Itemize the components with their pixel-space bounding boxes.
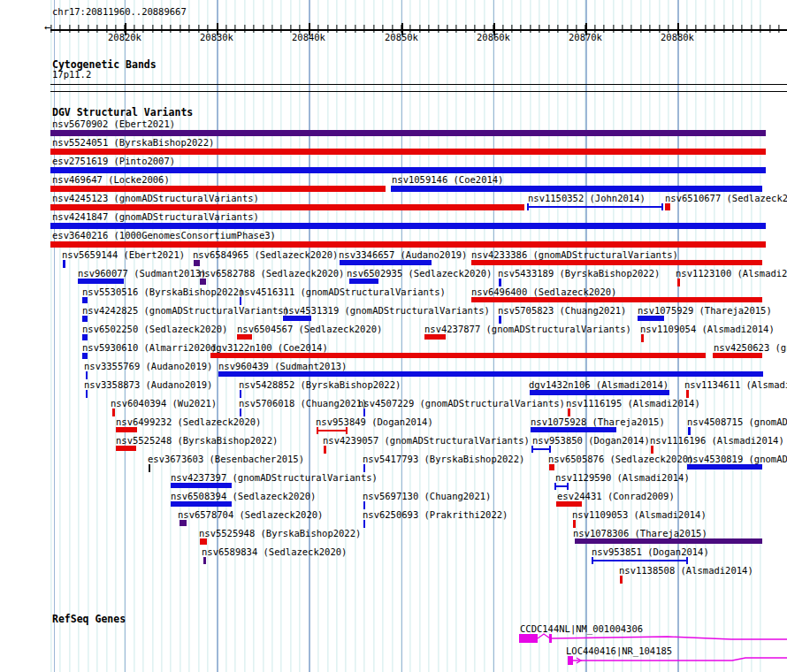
variant-bar[interactable]: [499, 279, 501, 286]
variant-label[interactable]: nsv4237877 (gnomADStructuralVariants): [424, 325, 631, 334]
variant-label[interactable]: nsv953851 (Dogan2014): [592, 547, 709, 557]
variant-label[interactable]: nsv3355769 (Audano2019): [84, 362, 212, 371]
variant-label[interactable]: esv24431 (Conrad2009): [557, 492, 675, 501]
variant-bar[interactable]: [200, 279, 206, 285]
variant-label[interactable]: nsv5697130 (Chuang2021): [363, 492, 491, 501]
variant-label[interactable]: nsv1109053 (Alsmadi2014): [572, 510, 707, 520]
variant-bar[interactable]: [240, 297, 241, 305]
variant-bar[interactable]: [638, 316, 664, 321]
gene-exon[interactable]: [549, 634, 552, 643]
variant-label[interactable]: nsv6578704 (Sedlazeck2020): [178, 510, 323, 520]
variant-bar[interactable]: [575, 538, 762, 544]
variant-label[interactable]: nsv953849 (Dogan2014): [316, 417, 433, 427]
variant-label[interactable]: nsv5930610 (Almarri2020): [82, 343, 217, 353]
variant-bar[interactable]: [218, 371, 763, 377]
variant-label[interactable]: nsv6584965 (Sedlazeck2020): [193, 250, 338, 260]
variant-bar[interactable]: [531, 427, 616, 432]
variant-bar[interactable]: [194, 260, 200, 266]
variant-bar[interactable]: [677, 279, 680, 286]
variant-bar[interactable]: [499, 316, 501, 324]
gene-exon[interactable]: [568, 656, 573, 665]
variant-label[interactable]: nsv4516311 (gnomADStructuralVariants): [239, 287, 446, 297]
variant-bar[interactable]: [149, 464, 150, 472]
variant-bar[interactable]: [573, 520, 576, 528]
variant-bar[interactable]: [112, 409, 115, 416]
variant-label[interactable]: nsv4241847 (gnomADStructuralVariants): [52, 212, 259, 222]
variant-bar[interactable]: [50, 167, 766, 173]
variant-label[interactable]: nsv4237397 (gnomADStructuralVariants): [171, 473, 378, 483]
variant-label[interactable]: nsv1059146 (Coe2014): [392, 175, 503, 185]
variant-label[interactable]: nsv5524051 (ByrskaBishop2022): [52, 138, 214, 148]
variant-label[interactable]: nsv4242825 (gnomADStructuralVariants): [82, 306, 289, 316]
variant-bar[interactable]: [171, 483, 232, 488]
variant-bar[interactable]: [50, 241, 766, 248]
variant-bar[interactable]: [363, 464, 365, 472]
variant-label[interactable]: dgv3122n100 (Coe2014): [210, 343, 328, 353]
variant-label[interactable]: nsv1078306 (Thareja2015): [573, 529, 707, 538]
variant-label[interactable]: nsv1138508 (Alsmadi2014): [619, 566, 753, 576]
variant-bar[interactable]: [527, 203, 663, 210]
variant-bar[interactable]: [50, 204, 524, 210]
variant-label[interactable]: nsv4530819 (gnomADS: [687, 454, 787, 464]
variant-bar[interactable]: [686, 390, 689, 398]
variant-bar[interactable]: [82, 297, 88, 303]
variant-bar[interactable]: [200, 538, 207, 545]
variant-bar[interactable]: [363, 520, 365, 528]
variant-label[interactable]: nsv6499232 (Sedlazeck2020): [116, 417, 261, 427]
variant-label[interactable]: nsv3358873 (Audano2019): [84, 380, 212, 390]
variant-label[interactable]: esv3673603 (Besenbacher2015): [148, 454, 304, 464]
variant-bar[interactable]: [50, 186, 386, 192]
variant-label[interactable]: nsv4507229 (gnomADStructuralVariants): [358, 399, 565, 409]
variant-label[interactable]: nsv5706018 (Chuang2021): [239, 399, 367, 409]
variant-bar[interactable]: [471, 297, 762, 302]
variant-bar[interactable]: [391, 186, 762, 192]
variant-label[interactable]: nsv6040394 (Wu2021): [111, 399, 217, 409]
variant-bar[interactable]: [424, 334, 446, 340]
variant-label[interactable]: nsv5428852 (ByrskaBishop2022): [239, 380, 401, 390]
variant-bar[interactable]: [713, 353, 762, 358]
variant-bar[interactable]: [592, 557, 688, 564]
variant-bar[interactable]: [641, 334, 644, 342]
variant-bar[interactable]: [50, 223, 766, 229]
variant-label[interactable]: esv3640216 (1000GenomesConsortiumPhase3): [52, 231, 276, 241]
variant-bar[interactable]: [63, 260, 65, 268]
variant-bar[interactable]: [86, 390, 88, 398]
variant-bar[interactable]: [688, 427, 691, 435]
variant-bar[interactable]: [620, 576, 623, 584]
variant-bar[interactable]: [116, 427, 137, 432]
variant-bar[interactable]: [50, 149, 766, 155]
variant-bar[interactable]: [687, 464, 762, 470]
variant-label[interactable]: nsv6502935 (Sedlazeck2020): [347, 269, 492, 279]
variant-bar[interactable]: [363, 409, 365, 416]
variant-label[interactable]: nsv1116195 (Alsmadi2014): [566, 399, 700, 409]
variant-bar[interactable]: [86, 371, 88, 379]
variant-bar[interactable]: [82, 316, 88, 322]
variant-label[interactable]: nsv1129590 (Alsmadi2014): [555, 473, 690, 483]
variant-label[interactable]: dgv1432n106 (Alsmadi2014): [529, 380, 669, 390]
variant-label[interactable]: nsv4233386 (gnomADStructuralVariants): [471, 250, 678, 260]
variant-label[interactable]: nsv6496400 (Sedlazeck2020): [471, 287, 616, 297]
variant-bar[interactable]: [556, 501, 582, 507]
variant-bar[interactable]: [471, 260, 762, 265]
variant-bar[interactable]: [324, 446, 326, 454]
variant-label[interactable]: nsv5525248 (ByrskaBishop2022): [116, 436, 278, 446]
variant-label[interactable]: nsv6504567 (Sedlazeck2020): [237, 325, 382, 334]
variant-bar[interactable]: [240, 390, 241, 398]
variant-bar[interactable]: [363, 501, 365, 509]
variant-bar[interactable]: [180, 520, 187, 526]
variant-bar[interactable]: [203, 557, 206, 564]
variant-bar[interactable]: [549, 464, 554, 470]
variant-bar[interactable]: [568, 409, 570, 416]
variant-bar[interactable]: [50, 130, 766, 136]
variant-label[interactable]: nsv4245123 (gnomADStructuralVariants): [52, 194, 259, 203]
variant-label[interactable]: nsv1109054 (Alsmadi2014): [640, 325, 775, 334]
variant-bar[interactable]: [210, 353, 706, 358]
variant-bar[interactable]: [82, 334, 88, 340]
variant-label[interactable]: nsv4508715 (gnomADSt: [687, 417, 787, 427]
variant-label[interactable]: nsv6589834 (Sedlazeck2020): [202, 547, 347, 557]
variant-label[interactable]: nsv953850 (Dogan2014): [532, 436, 650, 446]
variant-bar[interactable]: [283, 316, 311, 321]
gene-label[interactable]: CCDC144NL|NM_001004306: [520, 624, 643, 634]
variant-label[interactable]: nsv5525948 (ByrskaBishop2022): [199, 529, 361, 538]
variant-bar[interactable]: [554, 483, 569, 490]
